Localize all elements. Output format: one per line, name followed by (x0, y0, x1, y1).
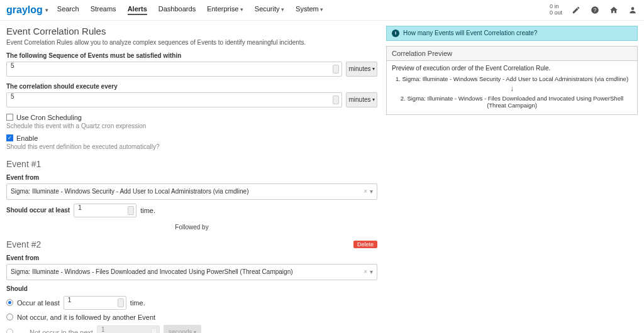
event1-occur-input[interactable]: 1 (74, 204, 136, 217)
help-icon[interactable]: ? (590, 5, 600, 15)
svg-point-2 (631, 7, 635, 10)
cron-help: Schedule this event with a Quartz cron e… (6, 123, 377, 129)
info-icon: i (392, 30, 399, 37)
event1-header: Event #1 (6, 159, 377, 169)
event2-opt3-unit: seconds (164, 325, 201, 333)
spinner-icon (333, 65, 339, 74)
preview-header: Correlation Preview (387, 46, 637, 61)
cron-label: Use Cron Scheduling (16, 114, 82, 121)
nav-enterprise[interactable]: Enterprise (207, 5, 243, 15)
enable-label: Enable (16, 134, 38, 142)
topbar-right: 0 in 0 out ? (550, 4, 638, 16)
event1-occur-label: Should occur at least (6, 207, 70, 214)
info-banner[interactable]: i How many Events will Event Correlation… (386, 26, 638, 41)
event1-from-value: Sigma: Illuminate - Windows Security - A… (11, 188, 248, 195)
spinner-icon (333, 96, 339, 104)
clear-icon[interactable]: × (361, 268, 370, 275)
cron-checkbox[interactable] (6, 114, 13, 121)
followed-by-label: Followed by (6, 224, 377, 231)
spinner-icon (128, 206, 134, 215)
banner-text: How many Events will Event Correlation c… (403, 30, 537, 36)
spinner-icon (151, 328, 157, 333)
event2-from-label: Event from (6, 254, 377, 261)
arrow-down-icon: ↓ (392, 84, 632, 93)
seq-unit-select[interactable]: minutes (346, 62, 377, 77)
exec-label: The correlation should execute every (6, 83, 377, 90)
nav-dashboards[interactable]: Dashboards (158, 5, 196, 15)
throughput: 0 in 0 out (550, 4, 562, 16)
event2-opt1-input[interactable]: 1 (64, 296, 126, 310)
enable-help: Should this event definition be executed… (6, 143, 377, 150)
svg-text:?: ? (594, 8, 597, 13)
exec-unit-select[interactable]: minutes (346, 92, 377, 107)
spinner-icon (118, 298, 124, 307)
exec-value-input[interactable]: 5 (6, 92, 342, 107)
main-content: Event Correlation Rules Event Correlatio… (0, 21, 644, 333)
event1-from-label: Event from (6, 174, 377, 181)
event2-should-label: Should (6, 285, 377, 292)
logo-dropdown-icon[interactable]: ▾ (45, 7, 48, 13)
seq-value-input[interactable]: 5 (6, 62, 342, 77)
event1-from-select[interactable]: Sigma: Illuminate - Windows Security - A… (6, 183, 377, 200)
delete-button[interactable]: Delete (353, 241, 377, 248)
preview-panel: Correlation Preview Preview of execution… (386, 46, 638, 115)
preview-desc: Preview of execution order of the Event … (392, 65, 632, 72)
chevron-down-icon[interactable]: ▾ (370, 188, 373, 195)
nav-streams[interactable]: Streams (91, 5, 116, 15)
event2-from-value: Sigma: Illuminate - Windows - Files Down… (11, 268, 293, 275)
nav-system[interactable]: System (296, 5, 323, 15)
chevron-down-icon[interactable]: ▾ (370, 268, 373, 275)
event2-opt3-input: 1 (97, 325, 160, 333)
throughput-out: 0 out (550, 10, 562, 16)
event2-opt2-radio[interactable] (6, 314, 13, 320)
nav-security[interactable]: Security (255, 5, 284, 15)
preview-item-1: 1. Sigma: Illuminate - Windows Security … (392, 75, 632, 82)
nav-alerts[interactable]: Alerts (128, 5, 147, 15)
clear-icon[interactable]: × (361, 188, 370, 195)
main-nav: Search Streams Alerts Dashboards Enterpr… (57, 5, 323, 15)
right-column: i How many Events will Event Correlation… (386, 26, 638, 333)
nav-search[interactable]: Search (57, 5, 79, 15)
left-column: Event Correlation Rules Event Correlatio… (6, 26, 377, 333)
event2-opt1-suffix: time. (130, 299, 145, 307)
event2-opt1-label: Occur at least (17, 299, 60, 307)
event2-opt1-radio[interactable] (6, 299, 13, 306)
event2-opt3-label: Not occur in the next (30, 329, 93, 333)
page-title: Event Correlation Rules (6, 26, 377, 36)
seq-label: The following Sequence of Events must be… (6, 52, 377, 59)
event2-opt3-radio[interactable] (6, 329, 13, 333)
event2-header: Event #2 Delete (6, 239, 377, 249)
event1-occur-suffix: time. (140, 207, 155, 214)
event2-from-select[interactable]: Sigma: Illuminate - Windows - Files Down… (6, 264, 377, 280)
enable-checkbox[interactable]: ✓ (6, 134, 13, 141)
home-icon[interactable] (609, 5, 619, 15)
event2-opt2-label: Not occur, and it is followed by another… (17, 314, 155, 321)
top-navbar: graylog ▾ Search Streams Alerts Dashboar… (0, 0, 644, 21)
logo[interactable]: graylog (6, 4, 43, 16)
user-icon[interactable] (628, 5, 638, 15)
edit-icon[interactable] (571, 5, 581, 15)
preview-item-2: 2. Sigma: Illuminate - Windows - Files D… (392, 95, 632, 109)
page-desc: Event Correlation Rules allow you to ana… (6, 39, 377, 46)
